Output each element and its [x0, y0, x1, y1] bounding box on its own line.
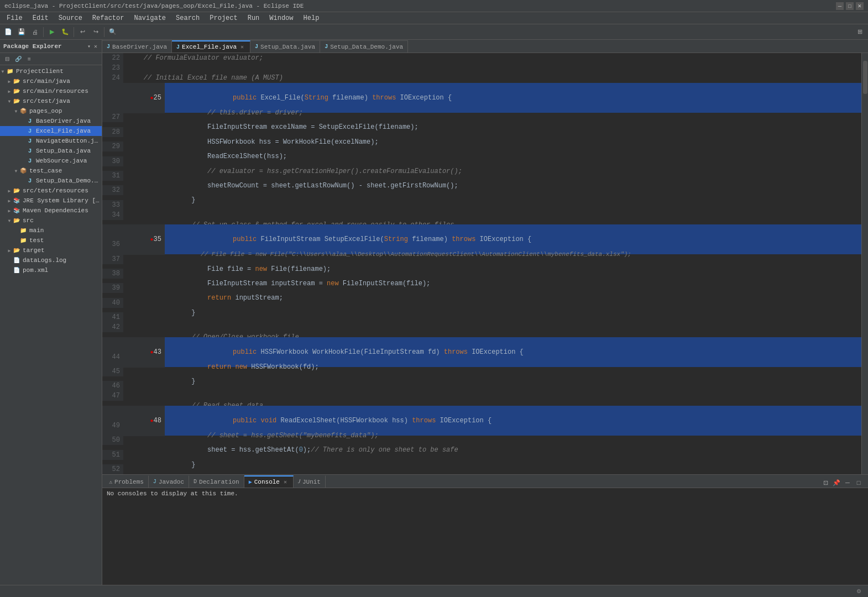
javadoc-label: Javadoc — [159, 479, 184, 485]
javadoc-icon: J — [153, 479, 156, 485]
line-num-50: 50 — [102, 435, 123, 445]
main-label: main — [29, 227, 44, 234]
package-explorer-toolbar: ⊟ 🔗 ≡ — [0, 53, 102, 65]
redo-button[interactable]: ↪ — [90, 26, 102, 38]
tab-basedriver-icon: J — [107, 44, 110, 50]
tree-item-datalogs[interactable]: 📄 dataLogs.log — [0, 255, 102, 265]
pe-link-btn[interactable]: 🔗 — [13, 54, 23, 64]
menu-help[interactable]: Help — [299, 13, 324, 23]
tree-item-basedriver[interactable]: J BaseDriver.java — [0, 116, 102, 126]
code-line-44: 44 return new HSSFWorkbook(fd); — [102, 352, 861, 366]
menu-navigate[interactable]: Navigate — [129, 13, 170, 23]
tree-item-setup-data-demo[interactable]: J Setup_Data_Demo.java — [0, 176, 102, 186]
tab-excel-file[interactable]: J Excel_File.java ✕ — [172, 40, 250, 53]
tree-item-navigate[interactable]: J NavigateButton.java — [0, 136, 102, 146]
menu-project[interactable]: Project — [205, 13, 242, 23]
tree-item-pages-oop[interactable]: ▼ 📦 pages_oop — [0, 106, 102, 116]
tree-item-maven[interactable]: ▶ 📚 Maven Dependencies — [0, 206, 102, 216]
tab-excel-file-close[interactable]: ✕ — [239, 44, 245, 50]
tab-declaration[interactable]: D Declaration — [189, 475, 244, 488]
tree-item-setup-data[interactable]: J Setup_Data.java — [0, 146, 102, 156]
tab-junit[interactable]: 𝐽 JUnit — [294, 475, 326, 488]
code-line-31: 31 sheetRowCount = sheet.getLastRowNum()… — [102, 171, 861, 185]
editor-area: J BaseDriver.java J Excel_File.java ✕ J … — [102, 40, 868, 585]
run-button[interactable]: ▶ — [46, 26, 58, 38]
src-icon: 📂 — [12, 216, 21, 225]
console-maximize-btn[interactable]: □ — [854, 478, 864, 488]
tree-item-pom[interactable]: 📄 pom.xml — [0, 265, 102, 275]
tab-console[interactable]: ▶ Console ✕ — [244, 475, 294, 488]
perspective-btn[interactable]: ⊞ — [854, 26, 866, 38]
tree-item-target[interactable]: ▶ 📂 target — [0, 245, 102, 255]
line-num-39: 39 — [102, 283, 123, 293]
maximize-button[interactable]: □ — [846, 2, 854, 10]
code-line-46: 46 — [102, 381, 861, 391]
tree-item-src-main-java[interactable]: ▶ 📂 src/main/java — [0, 76, 102, 86]
pe-collapse-btn[interactable]: ▾ — [86, 43, 92, 50]
pe-collapse-all-btn[interactable]: ⊟ — [2, 54, 12, 64]
print-button[interactable]: 🖨 — [29, 26, 41, 38]
tree-item-project[interactable]: ▼ 📁 ProjectClient — [0, 66, 102, 76]
tree-item-src-test-java[interactable]: ▼ 📂 src/test/java — [0, 96, 102, 106]
undo-button[interactable]: ↩ — [76, 26, 88, 38]
tab-setup-data[interactable]: J Setup_Data.java — [250, 40, 320, 53]
menu-source[interactable]: Source — [54, 13, 87, 23]
console-clear-btn[interactable]: ⊡ — [820, 478, 830, 488]
new-button[interactable]: 📄 — [2, 26, 14, 38]
datalogs-label: dataLogs.log — [23, 257, 66, 264]
tree-item-src-main-resources[interactable]: ▶ 📂 src/main/resources — [0, 86, 102, 96]
minimize-button[interactable]: ─ — [836, 2, 844, 10]
menu-window[interactable]: Window — [265, 13, 297, 23]
line-num-40: 40 — [102, 298, 123, 308]
menu-run[interactable]: Run — [243, 13, 264, 23]
jre-arrow: ▶ — [7, 198, 12, 203]
search-btn[interactable]: 🔍 — [107, 26, 119, 38]
basedriver-label: BaseDriver.java — [36, 118, 91, 124]
tree-item-main[interactable]: 📁 main — [0, 226, 102, 235]
tab-javadoc[interactable]: J Javadoc — [149, 475, 189, 488]
code-content[interactable]: 22 // FormulaEvaluator evaluator; 23 24 … — [102, 53, 861, 474]
toolbar-separator-2 — [74, 27, 74, 37]
menu-search[interactable]: Search — [171, 13, 204, 23]
pe-menu-btn[interactable]: ✕ — [93, 43, 98, 50]
line-num-28: 28 — [102, 127, 123, 137]
tree-item-src-test-resources[interactable]: ▶ 📂 src/test/resources — [0, 186, 102, 196]
debug-button[interactable]: 🐛 — [59, 26, 71, 38]
tree-item-jre[interactable]: ▶ 📚 JRE System Library [J2SE-1.5] — [0, 196, 102, 206]
menu-file[interactable]: File — [2, 13, 27, 23]
package-explorer-tree: ▼ 📁 ProjectClient ▶ 📂 src/main/java ▶ 📂 … — [0, 65, 102, 585]
console-pin-btn[interactable]: 📌 — [832, 478, 841, 488]
line-content-46 — [123, 381, 861, 391]
save-button[interactable]: 💾 — [15, 26, 28, 38]
editor-scrollbar[interactable] — [861, 53, 868, 474]
code-line-32: 32 } — [102, 185, 861, 200]
console-label: Console — [254, 479, 280, 485]
tab-basedriver-label: BaseDriver.java — [112, 44, 167, 50]
code-line-25: ●25 public Excel_File(String filename) t… — [102, 83, 861, 98]
console-close[interactable]: ✕ — [282, 479, 289, 485]
target-label: target — [23, 247, 45, 254]
line-num-36: 36 — [102, 239, 123, 249]
tree-item-websource[interactable]: J WebSource.java — [0, 156, 102, 166]
tree-item-test-case[interactable]: ▼ 📦 test_case — [0, 166, 102, 176]
tab-setup-data-icon: J — [255, 44, 258, 50]
tab-basedriver[interactable]: J BaseDriver.java — [102, 40, 172, 53]
console-minimize-btn[interactable]: ─ — [843, 478, 853, 488]
tree-item-src[interactable]: ▼ 📂 src — [0, 216, 102, 226]
tree-item-test[interactable]: 📁 test — [0, 235, 102, 245]
menu-refactor[interactable]: Refactor — [88, 13, 129, 23]
code-line-37: 37 File file = new File(filename); — [102, 254, 861, 269]
test-label: test — [29, 237, 44, 244]
tab-setup-data-demo[interactable]: J Setup_Data_Demo.java — [320, 40, 408, 53]
console-text: No consoles to display at this time. — [107, 490, 238, 497]
tree-item-excel-file[interactable]: J Excel_File.java — [0, 126, 102, 136]
menu-edit[interactable]: Edit — [28, 13, 53, 23]
close-button[interactable]: ✕ — [856, 2, 864, 10]
line-num-23: 23 — [102, 63, 123, 73]
jre-icon: 📚 — [12, 196, 21, 205]
tab-problems[interactable]: ⚠ Problems — [104, 475, 149, 488]
setup-data-label: Setup_Data.java — [36, 148, 91, 154]
pe-menu-btn2[interactable]: ≡ — [24, 54, 34, 64]
title-text: eclipse_java - ProjectClient/src/test/ja… — [4, 3, 836, 9]
status-settings-btn[interactable]: ⚙ — [854, 586, 864, 596]
